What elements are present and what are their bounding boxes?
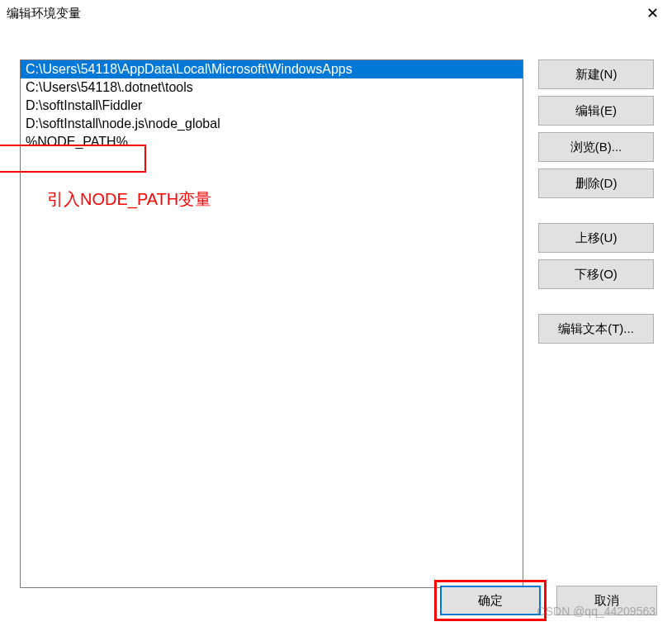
dialog-body: C:\Users\54118\AppData\Local\Microsoft\W… (0, 26, 672, 596)
annotation-ok-highlight: 确定 (434, 580, 547, 621)
edit-text-button[interactable]: 编辑文本(T)... (538, 314, 654, 344)
close-icon[interactable]: ✕ (640, 4, 665, 22)
list-item[interactable]: C:\Users\54118\.dotnet\tools (21, 78, 523, 97)
new-button[interactable]: 新建(N) (538, 59, 654, 89)
list-item[interactable]: %NODE_PATH% (21, 133, 523, 151)
move-up-button[interactable]: 上移(U) (538, 223, 654, 253)
window-title: 编辑环境变量 (7, 6, 81, 21)
path-listbox[interactable]: C:\Users\54118\AppData\Local\Microsoft\W… (20, 59, 523, 588)
list-item[interactable]: D:\softInstall\node.js\node_global (21, 115, 523, 133)
delete-button[interactable]: 删除(D) (538, 168, 654, 198)
footer: 确定 取消 (434, 580, 657, 621)
ok-button[interactable]: 确定 (440, 586, 541, 615)
list-item[interactable]: D:\softInstall\Fiddler (21, 97, 523, 115)
edit-button[interactable]: 编辑(E) (538, 96, 654, 126)
button-column: 新建(N) 编辑(E) 浏览(B)... 删除(D) 上移(U) 下移(O) 编… (538, 59, 654, 588)
move-down-button[interactable]: 下移(O) (538, 259, 654, 289)
list-item[interactable]: C:\Users\54118\AppData\Local\Microsoft\W… (21, 60, 523, 78)
titlebar: 编辑环境变量 ✕ (0, 0, 672, 26)
cancel-button[interactable]: 取消 (556, 586, 657, 615)
browse-button[interactable]: 浏览(B)... (538, 132, 654, 162)
